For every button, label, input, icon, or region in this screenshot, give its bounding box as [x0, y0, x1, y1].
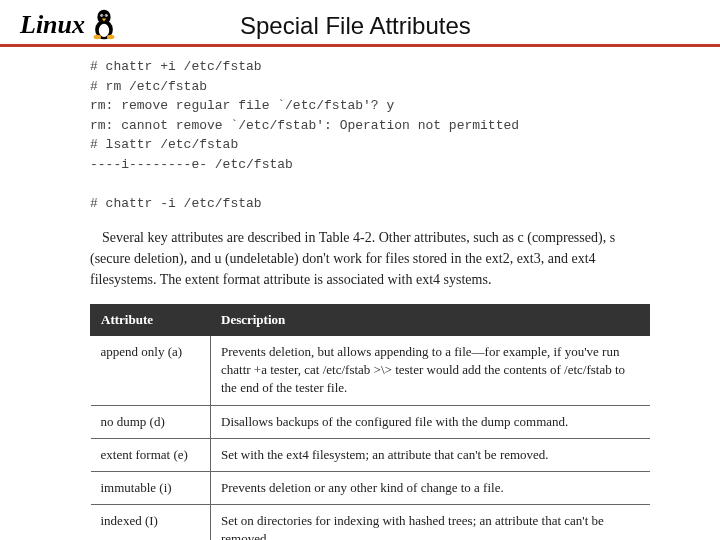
- slide-header: Linux Special File Attributes: [0, 0, 720, 47]
- body-paragraph: Several key attributes are described in …: [90, 227, 650, 290]
- cell-attr: no dump (d): [91, 405, 211, 438]
- cell-attr: append only (a): [91, 336, 211, 406]
- table-row: immutable (i) Prevents deletion or any o…: [91, 471, 650, 504]
- attributes-table: Attribute Description append only (a) Pr…: [90, 304, 650, 540]
- table-row: indexed (I) Set on directories for index…: [91, 505, 650, 540]
- cell-attr: immutable (i): [91, 471, 211, 504]
- svg-point-5: [102, 15, 103, 16]
- svg-point-7: [94, 35, 101, 39]
- cell-desc: Prevents deletion or any other kind of c…: [211, 471, 650, 504]
- cell-desc: Set with the ext4 filesystem; an attribu…: [211, 438, 650, 471]
- tux-icon: [89, 6, 119, 44]
- logo-area: Linux: [20, 6, 180, 44]
- table-row: append only (a) Prevents deletion, but a…: [91, 336, 650, 406]
- terminal-output: # chattr +i /etc/fstab # rm /etc/fstab r…: [90, 57, 650, 213]
- svg-point-6: [105, 15, 106, 16]
- cell-desc: Disallows backups of the configured file…: [211, 405, 650, 438]
- cell-desc: Set on directories for indexing with has…: [211, 505, 650, 540]
- logo-text: Linux: [20, 10, 85, 40]
- th-description: Description: [211, 305, 650, 336]
- table-row: extent format (e) Set with the ext4 file…: [91, 438, 650, 471]
- cell-attr: indexed (I): [91, 505, 211, 540]
- svg-point-8: [107, 35, 114, 39]
- page-title: Special File Attributes: [180, 12, 700, 44]
- th-attribute: Attribute: [91, 305, 211, 336]
- content-area: # chattr +i /etc/fstab # rm /etc/fstab r…: [0, 47, 720, 540]
- svg-point-2: [99, 24, 109, 37]
- cell-desc: Prevents deletion, but allows appending …: [211, 336, 650, 406]
- table-row: no dump (d) Disallows backups of the con…: [91, 405, 650, 438]
- cell-attr: extent format (e): [91, 438, 211, 471]
